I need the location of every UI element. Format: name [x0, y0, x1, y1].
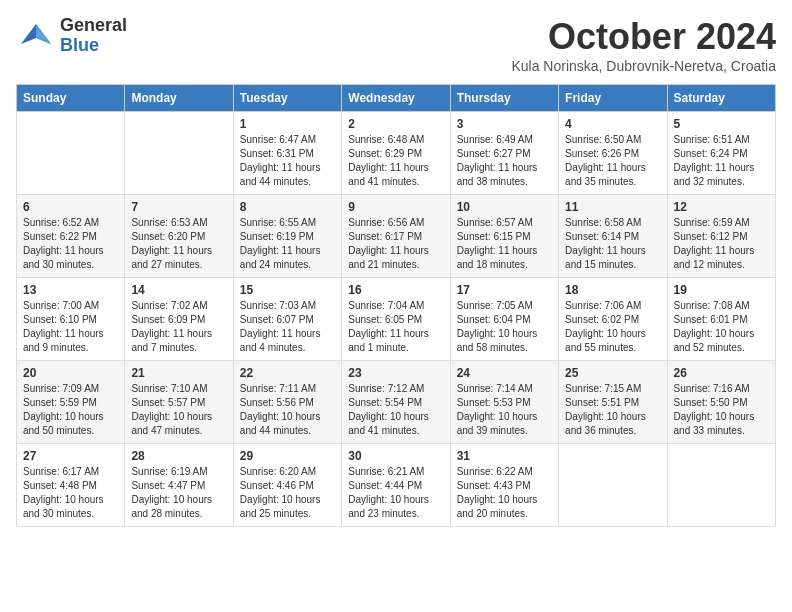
day-info: Sunrise: 7:14 AM Sunset: 5:53 PM Dayligh…	[457, 382, 552, 438]
day-cell: 31Sunrise: 6:22 AM Sunset: 4:43 PM Dayli…	[450, 444, 558, 527]
day-number: 6	[23, 200, 118, 214]
day-number: 1	[240, 117, 335, 131]
day-info: Sunrise: 6:19 AM Sunset: 4:47 PM Dayligh…	[131, 465, 226, 521]
day-number: 14	[131, 283, 226, 297]
day-cell: 11Sunrise: 6:58 AM Sunset: 6:14 PM Dayli…	[559, 195, 667, 278]
day-number: 5	[674, 117, 769, 131]
day-number: 20	[23, 366, 118, 380]
logo-blue: Blue	[60, 36, 127, 56]
logo: General Blue	[16, 16, 127, 56]
header-cell-wednesday: Wednesday	[342, 85, 450, 112]
day-number: 24	[457, 366, 552, 380]
day-info: Sunrise: 7:04 AM Sunset: 6:05 PM Dayligh…	[348, 299, 443, 355]
location-subtitle: Kula Norinska, Dubrovnik-Neretva, Croati…	[511, 58, 776, 74]
day-number: 15	[240, 283, 335, 297]
header-cell-monday: Monday	[125, 85, 233, 112]
day-info: Sunrise: 6:53 AM Sunset: 6:20 PM Dayligh…	[131, 216, 226, 272]
day-cell: 27Sunrise: 6:17 AM Sunset: 4:48 PM Dayli…	[17, 444, 125, 527]
day-info: Sunrise: 6:58 AM Sunset: 6:14 PM Dayligh…	[565, 216, 660, 272]
logo-icon	[16, 16, 56, 56]
month-title: October 2024	[511, 16, 776, 58]
day-cell: 8Sunrise: 6:55 AM Sunset: 6:19 PM Daylig…	[233, 195, 341, 278]
day-info: Sunrise: 6:57 AM Sunset: 6:15 PM Dayligh…	[457, 216, 552, 272]
header-cell-saturday: Saturday	[667, 85, 775, 112]
day-number: 9	[348, 200, 443, 214]
day-info: Sunrise: 6:49 AM Sunset: 6:27 PM Dayligh…	[457, 133, 552, 189]
logo-general: General	[60, 16, 127, 36]
day-cell: 4Sunrise: 6:50 AM Sunset: 6:26 PM Daylig…	[559, 112, 667, 195]
day-info: Sunrise: 6:17 AM Sunset: 4:48 PM Dayligh…	[23, 465, 118, 521]
day-number: 2	[348, 117, 443, 131]
day-info: Sunrise: 7:12 AM Sunset: 5:54 PM Dayligh…	[348, 382, 443, 438]
day-info: Sunrise: 6:51 AM Sunset: 6:24 PM Dayligh…	[674, 133, 769, 189]
day-cell: 25Sunrise: 7:15 AM Sunset: 5:51 PM Dayli…	[559, 361, 667, 444]
day-info: Sunrise: 6:55 AM Sunset: 6:19 PM Dayligh…	[240, 216, 335, 272]
day-info: Sunrise: 7:06 AM Sunset: 6:02 PM Dayligh…	[565, 299, 660, 355]
day-number: 19	[674, 283, 769, 297]
day-number: 16	[348, 283, 443, 297]
day-info: Sunrise: 7:00 AM Sunset: 6:10 PM Dayligh…	[23, 299, 118, 355]
day-number: 29	[240, 449, 335, 463]
day-info: Sunrise: 7:16 AM Sunset: 5:50 PM Dayligh…	[674, 382, 769, 438]
header-cell-friday: Friday	[559, 85, 667, 112]
day-number: 26	[674, 366, 769, 380]
day-number: 22	[240, 366, 335, 380]
day-info: Sunrise: 6:56 AM Sunset: 6:17 PM Dayligh…	[348, 216, 443, 272]
day-cell: 5Sunrise: 6:51 AM Sunset: 6:24 PM Daylig…	[667, 112, 775, 195]
week-row-3: 13Sunrise: 7:00 AM Sunset: 6:10 PM Dayli…	[17, 278, 776, 361]
day-cell: 17Sunrise: 7:05 AM Sunset: 6:04 PM Dayli…	[450, 278, 558, 361]
header-cell-tuesday: Tuesday	[233, 85, 341, 112]
day-cell: 6Sunrise: 6:52 AM Sunset: 6:22 PM Daylig…	[17, 195, 125, 278]
week-row-2: 6Sunrise: 6:52 AM Sunset: 6:22 PM Daylig…	[17, 195, 776, 278]
day-cell: 19Sunrise: 7:08 AM Sunset: 6:01 PM Dayli…	[667, 278, 775, 361]
day-cell: 2Sunrise: 6:48 AM Sunset: 6:29 PM Daylig…	[342, 112, 450, 195]
day-info: Sunrise: 6:59 AM Sunset: 6:12 PM Dayligh…	[674, 216, 769, 272]
day-cell	[667, 444, 775, 527]
header-row: SundayMondayTuesdayWednesdayThursdayFrid…	[17, 85, 776, 112]
day-cell: 24Sunrise: 7:14 AM Sunset: 5:53 PM Dayli…	[450, 361, 558, 444]
week-row-4: 20Sunrise: 7:09 AM Sunset: 5:59 PM Dayli…	[17, 361, 776, 444]
day-cell: 23Sunrise: 7:12 AM Sunset: 5:54 PM Dayli…	[342, 361, 450, 444]
day-info: Sunrise: 6:22 AM Sunset: 4:43 PM Dayligh…	[457, 465, 552, 521]
day-info: Sunrise: 7:11 AM Sunset: 5:56 PM Dayligh…	[240, 382, 335, 438]
day-number: 11	[565, 200, 660, 214]
day-info: Sunrise: 7:10 AM Sunset: 5:57 PM Dayligh…	[131, 382, 226, 438]
day-cell: 14Sunrise: 7:02 AM Sunset: 6:09 PM Dayli…	[125, 278, 233, 361]
day-number: 17	[457, 283, 552, 297]
day-cell: 3Sunrise: 6:49 AM Sunset: 6:27 PM Daylig…	[450, 112, 558, 195]
day-cell: 20Sunrise: 7:09 AM Sunset: 5:59 PM Dayli…	[17, 361, 125, 444]
day-number: 31	[457, 449, 552, 463]
day-cell: 7Sunrise: 6:53 AM Sunset: 6:20 PM Daylig…	[125, 195, 233, 278]
day-number: 7	[131, 200, 226, 214]
day-info: Sunrise: 6:47 AM Sunset: 6:31 PM Dayligh…	[240, 133, 335, 189]
day-info: Sunrise: 7:09 AM Sunset: 5:59 PM Dayligh…	[23, 382, 118, 438]
page-header: General Blue October 2024 Kula Norinska,…	[16, 16, 776, 74]
header-cell-thursday: Thursday	[450, 85, 558, 112]
day-cell	[17, 112, 125, 195]
day-cell: 10Sunrise: 6:57 AM Sunset: 6:15 PM Dayli…	[450, 195, 558, 278]
day-cell: 29Sunrise: 6:20 AM Sunset: 4:46 PM Dayli…	[233, 444, 341, 527]
calendar-header: SundayMondayTuesdayWednesdayThursdayFrid…	[17, 85, 776, 112]
day-cell: 15Sunrise: 7:03 AM Sunset: 6:07 PM Dayli…	[233, 278, 341, 361]
day-cell: 21Sunrise: 7:10 AM Sunset: 5:57 PM Dayli…	[125, 361, 233, 444]
day-info: Sunrise: 7:05 AM Sunset: 6:04 PM Dayligh…	[457, 299, 552, 355]
day-info: Sunrise: 6:20 AM Sunset: 4:46 PM Dayligh…	[240, 465, 335, 521]
day-info: Sunrise: 6:21 AM Sunset: 4:44 PM Dayligh…	[348, 465, 443, 521]
day-number: 30	[348, 449, 443, 463]
day-number: 21	[131, 366, 226, 380]
day-number: 13	[23, 283, 118, 297]
day-number: 18	[565, 283, 660, 297]
calendar-table: SundayMondayTuesdayWednesdayThursdayFrid…	[16, 84, 776, 527]
day-number: 3	[457, 117, 552, 131]
week-row-1: 1Sunrise: 6:47 AM Sunset: 6:31 PM Daylig…	[17, 112, 776, 195]
day-info: Sunrise: 7:02 AM Sunset: 6:09 PM Dayligh…	[131, 299, 226, 355]
week-row-5: 27Sunrise: 6:17 AM Sunset: 4:48 PM Dayli…	[17, 444, 776, 527]
day-number: 12	[674, 200, 769, 214]
calendar-body: 1Sunrise: 6:47 AM Sunset: 6:31 PM Daylig…	[17, 112, 776, 527]
day-cell	[125, 112, 233, 195]
day-number: 23	[348, 366, 443, 380]
logo-text: General Blue	[60, 16, 127, 56]
day-number: 28	[131, 449, 226, 463]
day-info: Sunrise: 6:48 AM Sunset: 6:29 PM Dayligh…	[348, 133, 443, 189]
day-info: Sunrise: 6:50 AM Sunset: 6:26 PM Dayligh…	[565, 133, 660, 189]
